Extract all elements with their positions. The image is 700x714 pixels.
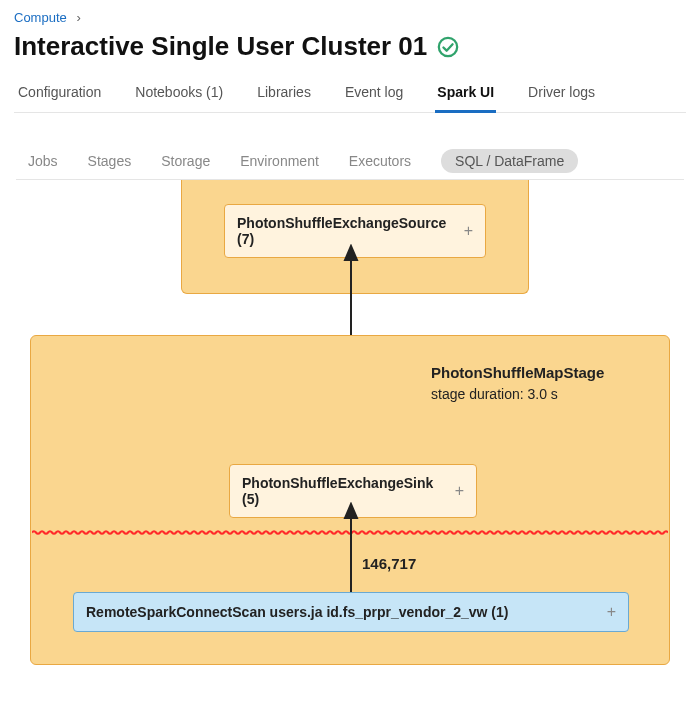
- breadcrumb-compute-link[interactable]: Compute: [14, 10, 67, 25]
- spark-tab-sql-dataframe[interactable]: SQL / DataFrame: [441, 149, 578, 173]
- spark-tab-stages[interactable]: Stages: [88, 153, 132, 169]
- spark-tab-storage[interactable]: Storage: [161, 153, 210, 169]
- tab-spark-ui[interactable]: Spark UI: [435, 78, 496, 113]
- status-running-icon: [437, 36, 459, 58]
- svg-marker-4: [345, 504, 357, 518]
- plus-icon[interactable]: +: [607, 603, 616, 621]
- plus-icon[interactable]: +: [455, 482, 464, 500]
- edge-label-bottom: 146,717: [362, 555, 416, 572]
- svg-marker-2: [345, 246, 357, 260]
- node-label: RemoteSparkConnectScan users.ja id.fs_pr…: [86, 604, 508, 620]
- tab-libraries[interactable]: Libraries: [255, 78, 313, 113]
- chevron-right-icon: ›: [76, 10, 80, 25]
- svg-point-0: [439, 37, 457, 55]
- arrow-edge-bottom: [336, 502, 366, 592]
- query-plan-diagram: PhotonShuffleExchangeSource (7) + 200 Ph…: [16, 180, 684, 700]
- tab-event-log[interactable]: Event log: [343, 78, 405, 113]
- tab-notebooks[interactable]: Notebooks (1): [133, 78, 225, 113]
- stage-duration-label: stage duration: 3.0 s: [431, 386, 558, 402]
- tab-configuration[interactable]: Configuration: [16, 78, 103, 113]
- spark-tab-executors[interactable]: Executors: [349, 153, 411, 169]
- tab-driver-logs[interactable]: Driver logs: [526, 78, 597, 113]
- breadcrumb: Compute ›: [14, 10, 686, 25]
- spark-tab-jobs[interactable]: Jobs: [28, 153, 58, 169]
- main-tabs: Configuration Notebooks (1) Libraries Ev…: [14, 78, 686, 113]
- spark-ui-tabs: Jobs Stages Storage Environment Executor…: [16, 143, 684, 180]
- plus-icon[interactable]: +: [464, 222, 473, 240]
- stage-name-label: PhotonShuffleMapStage: [431, 364, 604, 381]
- stage-box-bottom: PhotonShuffleMapStage stage duration: 3.…: [30, 335, 670, 665]
- page-title: Interactive Single User Cluster 01: [14, 31, 427, 62]
- spark-tab-environment[interactable]: Environment: [240, 153, 319, 169]
- node-remote-spark-connect-scan[interactable]: RemoteSparkConnectScan users.ja id.fs_pr…: [73, 592, 629, 632]
- node-label: PhotonShuffleExchangeSource (7): [237, 215, 458, 247]
